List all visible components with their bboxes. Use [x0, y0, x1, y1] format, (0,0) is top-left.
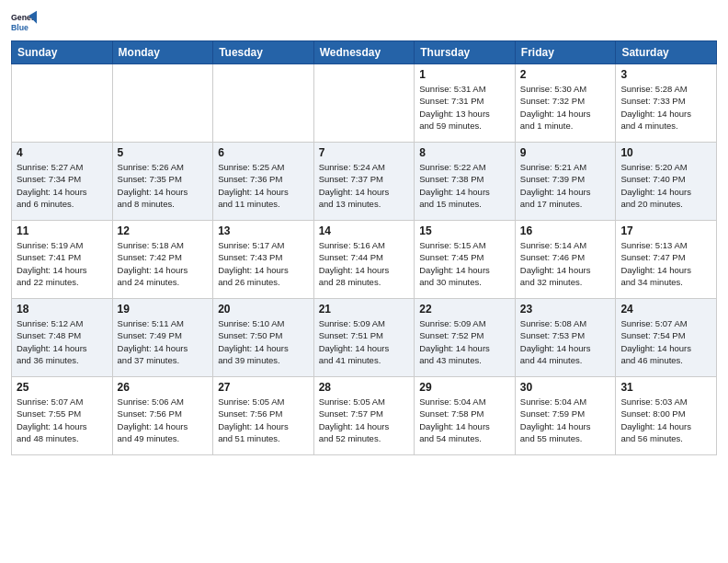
calendar-cell: 17Sunrise: 5:13 AM Sunset: 7:47 PM Dayli… [616, 221, 717, 299]
calendar-cell: 27Sunrise: 5:05 AM Sunset: 7:56 PM Dayli… [213, 377, 314, 455]
day-number: 1 [419, 68, 510, 81]
calendar-cell: 30Sunrise: 5:04 AM Sunset: 7:59 PM Dayli… [515, 377, 616, 455]
day-info: Sunrise: 5:30 AM Sunset: 7:32 PM Dayligh… [520, 83, 611, 132]
day-number: 26 [118, 381, 209, 394]
day-info: Sunrise: 5:10 AM Sunset: 7:50 PM Dayligh… [218, 317, 309, 366]
calendar-cell: 28Sunrise: 5:05 AM Sunset: 7:57 PM Dayli… [313, 377, 415, 455]
day-number: 25 [17, 381, 108, 394]
day-info: Sunrise: 5:07 AM Sunset: 7:54 PM Dayligh… [620, 317, 711, 366]
day-number: 3 [620, 68, 711, 81]
weekday-header-row: SundayMondayTuesdayWednesdayThursdayFrid… [12, 41, 717, 64]
calendar-cell: 13Sunrise: 5:17 AM Sunset: 7:43 PM Dayli… [213, 221, 314, 299]
day-info: Sunrise: 5:11 AM Sunset: 7:49 PM Dayligh… [118, 317, 209, 366]
weekday-header-sunday: Sunday [12, 41, 113, 64]
day-number: 20 [218, 303, 309, 316]
calendar-cell: 2Sunrise: 5:30 AM Sunset: 7:32 PM Daylig… [515, 64, 616, 143]
day-info: Sunrise: 5:25 AM Sunset: 7:36 PM Dayligh… [218, 161, 309, 210]
logo-icon: General Blue [11, 9, 37, 35]
calendar-week-row: 25Sunrise: 5:07 AM Sunset: 7:55 PM Dayli… [12, 377, 717, 455]
day-number: 19 [118, 303, 209, 316]
day-number: 9 [520, 146, 611, 159]
calendar-cell: 26Sunrise: 5:06 AM Sunset: 7:56 PM Dayli… [112, 377, 213, 455]
day-number: 21 [319, 303, 410, 316]
weekday-header-tuesday: Tuesday [213, 41, 314, 64]
calendar-cell: 29Sunrise: 5:04 AM Sunset: 7:58 PM Dayli… [415, 377, 516, 455]
calendar-cell: 14Sunrise: 5:16 AM Sunset: 7:44 PM Dayli… [313, 221, 415, 299]
day-number: 27 [218, 381, 309, 394]
calendar-cell: 16Sunrise: 5:14 AM Sunset: 7:46 PM Dayli… [515, 221, 616, 299]
calendar-cell [213, 64, 314, 143]
day-number: 29 [419, 381, 510, 394]
page-container: General Blue SundayMondayTuesdayWednesda… [0, 0, 728, 466]
day-number: 14 [319, 224, 410, 237]
day-number: 8 [419, 146, 510, 159]
day-info: Sunrise: 5:04 AM Sunset: 7:58 PM Dayligh… [419, 396, 510, 444]
day-number: 30 [520, 381, 611, 394]
day-info: Sunrise: 5:16 AM Sunset: 7:44 PM Dayligh… [319, 239, 410, 288]
calendar-cell [12, 64, 113, 143]
day-number: 11 [17, 224, 108, 237]
day-info: Sunrise: 5:15 AM Sunset: 7:45 PM Dayligh… [419, 239, 510, 288]
day-number: 10 [620, 146, 711, 159]
day-number: 4 [17, 146, 108, 159]
calendar-cell: 31Sunrise: 5:03 AM Sunset: 8:00 PM Dayli… [616, 377, 717, 455]
day-number: 23 [520, 303, 611, 316]
day-info: Sunrise: 5:19 AM Sunset: 7:41 PM Dayligh… [17, 239, 108, 288]
calendar-week-row: 4Sunrise: 5:27 AM Sunset: 7:34 PM Daylig… [12, 143, 717, 221]
calendar-cell: 1Sunrise: 5:31 AM Sunset: 7:31 PM Daylig… [415, 64, 516, 143]
calendar-table: SundayMondayTuesdayWednesdayThursdayFrid… [11, 40, 717, 455]
day-info: Sunrise: 5:04 AM Sunset: 7:59 PM Dayligh… [520, 396, 611, 444]
day-info: Sunrise: 5:09 AM Sunset: 7:52 PM Dayligh… [419, 317, 510, 366]
day-info: Sunrise: 5:21 AM Sunset: 7:39 PM Dayligh… [520, 161, 611, 210]
calendar-cell: 21Sunrise: 5:09 AM Sunset: 7:51 PM Dayli… [313, 299, 415, 377]
weekday-header-wednesday: Wednesday [313, 41, 415, 64]
calendar-cell: 8Sunrise: 5:22 AM Sunset: 7:38 PM Daylig… [415, 143, 516, 221]
calendar-cell: 12Sunrise: 5:18 AM Sunset: 7:42 PM Dayli… [112, 221, 213, 299]
page-header: General Blue [11, 9, 717, 35]
calendar-cell: 22Sunrise: 5:09 AM Sunset: 7:52 PM Dayli… [415, 299, 516, 377]
calendar-cell [313, 64, 415, 143]
day-number: 2 [520, 68, 611, 81]
calendar-cell: 5Sunrise: 5:26 AM Sunset: 7:35 PM Daylig… [112, 143, 213, 221]
day-info: Sunrise: 5:20 AM Sunset: 7:40 PM Dayligh… [620, 161, 711, 210]
day-number: 6 [218, 146, 309, 159]
day-info: Sunrise: 5:05 AM Sunset: 7:57 PM Dayligh… [319, 396, 410, 444]
day-info: Sunrise: 5:09 AM Sunset: 7:51 PM Dayligh… [319, 317, 410, 366]
day-info: Sunrise: 5:05 AM Sunset: 7:56 PM Dayligh… [218, 396, 309, 444]
svg-text:Blue: Blue [11, 23, 28, 32]
calendar-cell: 18Sunrise: 5:12 AM Sunset: 7:48 PM Dayli… [12, 299, 113, 377]
day-number: 22 [419, 303, 510, 316]
calendar-cell: 7Sunrise: 5:24 AM Sunset: 7:37 PM Daylig… [313, 143, 415, 221]
calendar-cell: 3Sunrise: 5:28 AM Sunset: 7:33 PM Daylig… [616, 64, 717, 143]
day-number: 16 [520, 224, 611, 237]
day-info: Sunrise: 5:28 AM Sunset: 7:33 PM Dayligh… [620, 83, 711, 132]
calendar-cell: 20Sunrise: 5:10 AM Sunset: 7:50 PM Dayli… [213, 299, 314, 377]
day-number: 18 [17, 303, 108, 316]
day-info: Sunrise: 5:31 AM Sunset: 7:31 PM Dayligh… [419, 83, 510, 132]
weekday-header-saturday: Saturday [616, 41, 717, 64]
logo: General Blue [11, 9, 37, 35]
day-info: Sunrise: 5:03 AM Sunset: 8:00 PM Dayligh… [620, 396, 711, 444]
calendar-cell: 6Sunrise: 5:25 AM Sunset: 7:36 PM Daylig… [213, 143, 314, 221]
day-info: Sunrise: 5:13 AM Sunset: 7:47 PM Dayligh… [620, 239, 711, 288]
day-info: Sunrise: 5:18 AM Sunset: 7:42 PM Dayligh… [118, 239, 209, 288]
day-info: Sunrise: 5:27 AM Sunset: 7:34 PM Dayligh… [17, 161, 108, 210]
day-info: Sunrise: 5:08 AM Sunset: 7:53 PM Dayligh… [520, 317, 611, 366]
calendar-week-row: 18Sunrise: 5:12 AM Sunset: 7:48 PM Dayli… [12, 299, 717, 377]
day-number: 31 [620, 381, 711, 394]
day-number: 7 [319, 146, 410, 159]
day-number: 13 [218, 224, 309, 237]
day-info: Sunrise: 5:14 AM Sunset: 7:46 PM Dayligh… [520, 239, 611, 288]
day-number: 17 [620, 224, 711, 237]
calendar-cell [112, 64, 213, 143]
day-number: 5 [118, 146, 209, 159]
calendar-cell: 4Sunrise: 5:27 AM Sunset: 7:34 PM Daylig… [12, 143, 113, 221]
calendar-cell: 25Sunrise: 5:07 AM Sunset: 7:55 PM Dayli… [12, 377, 113, 455]
calendar-week-row: 11Sunrise: 5:19 AM Sunset: 7:41 PM Dayli… [12, 221, 717, 299]
weekday-header-friday: Friday [515, 41, 616, 64]
calendar-cell: 19Sunrise: 5:11 AM Sunset: 7:49 PM Dayli… [112, 299, 213, 377]
day-info: Sunrise: 5:06 AM Sunset: 7:56 PM Dayligh… [118, 396, 209, 444]
day-number: 24 [620, 303, 711, 316]
calendar-cell: 9Sunrise: 5:21 AM Sunset: 7:39 PM Daylig… [515, 143, 616, 221]
weekday-header-monday: Monday [112, 41, 213, 64]
